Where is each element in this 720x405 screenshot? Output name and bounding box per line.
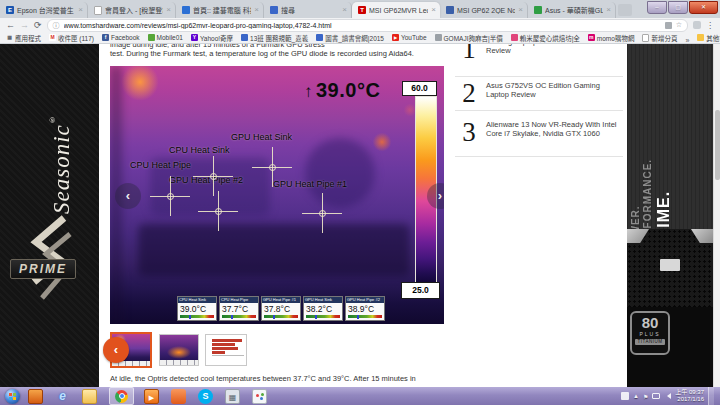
- tab-member-login[interactable]: 會員登入 - [稅墾登場]: [88, 2, 176, 18]
- tab-home[interactable]: 首頁:: 建碁電腦 科技座: [176, 2, 264, 18]
- browser-menu-icon[interactable]: [706, 21, 714, 30]
- story-rank: 2: [458, 81, 480, 105]
- tab-msi-gp62[interactable]: MSI GP62 2QE Noteb: [440, 2, 528, 18]
- calculator-icon[interactable]: [225, 389, 240, 404]
- bookmark-facebook[interactable]: Facebook: [102, 34, 140, 41]
- tab-tomshardware-active[interactable]: MSI GP62MVR Leopar: [352, 2, 440, 18]
- taskbar-clock[interactable]: 上午 09:37 2017/1/16: [675, 389, 704, 403]
- bookmark-label: 13班 團務規範_嘉義: [250, 33, 308, 43]
- start-flag-segment: [9, 393, 12, 396]
- bookmark-newtab[interactable]: 新增分頁: [642, 33, 677, 43]
- start-button[interactable]: [5, 389, 20, 404]
- bookmark-gomaji[interactable]: GOMAJI夠麻吉|半價: [435, 33, 503, 43]
- tab-asus[interactable]: Asus - 華碩新機GL753: [528, 2, 616, 18]
- input-method-icon[interactable]: [621, 392, 629, 400]
- forward-icon[interactable]: [20, 19, 29, 31]
- thermal-image[interactable]: ↑39.0°C 60.0 25.0 GPU Heat Sink CPU Heat…: [110, 66, 444, 324]
- story-item-3[interactable]: 3 Alienware 13 Now VR-Ready With Intel C…: [458, 120, 618, 144]
- minimize-button[interactable]: –: [647, 1, 667, 14]
- thumbnail-bar-chart[interactable]: [205, 334, 247, 366]
- divider: [455, 110, 623, 111]
- action-center-flag-icon[interactable]: [643, 393, 648, 400]
- show-desktop-button[interactable]: [708, 387, 714, 405]
- thumbnail-thermal-load[interactable]: [159, 334, 199, 366]
- tab-epson[interactable]: Epson 台灣愛普生: [0, 2, 88, 18]
- mobile01-icon: [148, 34, 155, 41]
- url-text[interactable]: www.tomshardware.com/reviews/msi-gp62mvr…: [64, 22, 661, 29]
- file-explorer-icon[interactable]: [82, 389, 97, 404]
- close-button[interactable]: ✕: [689, 1, 718, 14]
- extension-icon[interactable]: [693, 21, 701, 29]
- reading-range-bar: [222, 315, 256, 318]
- mini-bar: [212, 351, 225, 354]
- tab-close-icon[interactable]: [78, 6, 83, 14]
- bookmark-youtube[interactable]: YouTube: [392, 34, 427, 41]
- reading-range-bar: [306, 315, 340, 318]
- temperature-value: 39.0°C: [316, 79, 380, 101]
- thermal-blob: [138, 224, 410, 276]
- translate-icon[interactable]: [665, 22, 672, 29]
- thumbnail-prev-button[interactable]: [103, 337, 129, 363]
- tab-close-icon[interactable]: [166, 6, 171, 14]
- tab-close-icon[interactable]: [342, 6, 347, 14]
- gallery-prev-icon[interactable]: [115, 183, 141, 209]
- tab-close-icon[interactable]: [431, 6, 436, 14]
- taskbar-app-icon[interactable]: [171, 389, 186, 404]
- chrome-taskbar-active[interactable]: [109, 387, 134, 405]
- slogan-power: POWER.: [630, 82, 641, 252]
- new-tab-button[interactable]: [618, 4, 632, 16]
- media-player-icon[interactable]: [144, 389, 159, 404]
- tab-close-icon[interactable]: [254, 6, 259, 14]
- hidden-icons-arrow[interactable]: [633, 393, 639, 399]
- maximize-button[interactable]: ▢: [668, 1, 688, 14]
- clock-time: 上午 09:37: [675, 389, 704, 396]
- bookmark-momo[interactable]: momo購物網: [588, 33, 635, 43]
- story-item-2[interactable]: 2 Asus G752VS OC Edition Gaming Laptop R…: [458, 81, 618, 105]
- divider: [455, 76, 623, 77]
- prime-ad-slogan: POWER. PERFORMANCE. PRIME.: [629, 82, 675, 252]
- skype-icon[interactable]: [198, 389, 213, 404]
- crosshair-center: [167, 193, 174, 200]
- tab-close-icon[interactable]: [518, 6, 523, 14]
- volume-icon[interactable]: [664, 393, 671, 399]
- reading-value: 38.9°C: [346, 303, 384, 314]
- internet-explorer-icon[interactable]: [55, 389, 70, 404]
- page-info-icon[interactable]: [53, 20, 60, 30]
- system-tray: 上午 09:37 2017/1/16: [621, 387, 720, 405]
- network-icon[interactable]: [652, 393, 660, 399]
- bookmark-star-icon[interactable]: [676, 21, 682, 29]
- psu-corner-trim: [691, 229, 713, 243]
- seasonic-ad-left[interactable]: Seasonic® PRIME: [0, 44, 99, 387]
- paint-dot: [256, 394, 259, 397]
- bookmark-yahoo[interactable]: Yahoo!奇摩: [191, 33, 233, 43]
- page-scrollbar[interactable]: [713, 44, 720, 387]
- url-field[interactable]: www.tomshardware.com/reviews/msi-gp62mvr…: [47, 19, 688, 32]
- bakery-icon: [511, 34, 518, 41]
- tab-close-icon[interactable]: [606, 6, 611, 14]
- taskbar-app-icon[interactable]: [28, 389, 43, 404]
- divider: [455, 156, 623, 157]
- bookmark-bakery[interactable]: 賴米屋愛心烘焙坊|全: [511, 33, 580, 43]
- bookmark-label: momo購物網: [597, 33, 635, 43]
- bookmark-bookclub[interactable]: 圖書_讀書會網|2015: [316, 33, 384, 43]
- paint-icon[interactable]: [252, 389, 267, 404]
- other-bookmarks[interactable]: 其他書籤: [697, 33, 720, 43]
- bookmark-overflow[interactable]: [685, 32, 689, 44]
- tab-search[interactable]: 搜尋: [264, 2, 352, 18]
- browser-tab-strip: Epson 台灣愛普生 會員登入 - [稅墾登場] 首頁:: 建碁電腦 科技座 …: [0, 0, 720, 18]
- bookmark-apps[interactable]: 應用程式: [6, 33, 41, 43]
- article-paragraph: image during idle, and after 15 minutes …: [110, 44, 446, 58]
- thermal-annotation: GPU Heat Sink: [231, 132, 292, 142]
- bookmark-class13[interactable]: 13班 團務規範_嘉義: [241, 33, 308, 43]
- back-icon[interactable]: [6, 19, 15, 31]
- bookmark-mobile01[interactable]: Mobile01: [148, 34, 183, 41]
- scrollbar-thumb[interactable]: [715, 110, 720, 180]
- search-favicon: [270, 6, 278, 14]
- seasonic-prime-ad-right[interactable]: POWER. PERFORMANCE. PRIME. 80 PLUS TITAN…: [627, 44, 713, 387]
- yahoo-icon: [191, 34, 198, 41]
- bookmark-gmail[interactable]: 收件匣 (117): [49, 33, 94, 43]
- reload-icon[interactable]: [34, 19, 42, 31]
- story-item-1[interactable]: 1 Gaming Laptop Review: [458, 44, 618, 61]
- bookmark-label: Mobile01: [157, 34, 183, 41]
- seasonic-logo-text: Seasonic®: [48, 54, 75, 214]
